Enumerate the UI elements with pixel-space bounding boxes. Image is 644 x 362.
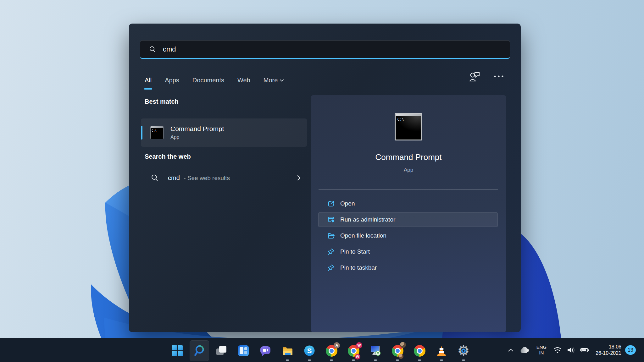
tab-label: More: [264, 77, 278, 84]
task-view-button[interactable]: [212, 340, 231, 361]
date: 26-10-2021: [596, 350, 621, 356]
chevron-down-icon: [280, 79, 284, 82]
vlc-button[interactable]: [432, 340, 451, 361]
clock[interactable]: 18:06 26-10-2021: [596, 344, 621, 356]
wifi-icon[interactable]: [553, 346, 562, 354]
chat-icon: [259, 344, 272, 357]
start-button[interactable]: [168, 340, 187, 361]
language-primary: ENG: [536, 344, 547, 350]
system-tray: ENG IN: [508, 338, 644, 362]
result-title: Command Prompt: [170, 125, 224, 133]
profile-photo-badge: [398, 354, 403, 359]
command-prompt-icon: C:\_: [150, 126, 164, 139]
web-suffix: - See web results: [184, 175, 230, 181]
window-shield-icon: [327, 216, 335, 223]
skype-button[interactable]: S: [300, 340, 319, 361]
search-filter-tabs: All Apps Documents Web More: [145, 72, 284, 90]
windows-start-icon: [171, 344, 184, 357]
remote-desktop-icon: [369, 344, 382, 357]
folder-icon: [327, 232, 335, 239]
chrome-profile-a-button[interactable]: A: [322, 340, 341, 361]
file-explorer-icon: [281, 344, 294, 357]
tab-more[interactable]: More: [264, 72, 284, 90]
profile-badge: W: [355, 354, 360, 359]
widgets-icon: [237, 344, 250, 357]
web-query: cmd: [168, 174, 180, 181]
battery-charging-icon[interactable]: [580, 346, 589, 354]
divider: [319, 189, 498, 190]
vlc-icon: [435, 344, 448, 357]
open-external-icon: [327, 200, 335, 207]
file-explorer-button[interactable]: [278, 340, 297, 361]
widgets-button[interactable]: [234, 340, 253, 361]
panel-header-icons: [469, 71, 504, 82]
task-view-icon: [215, 344, 228, 357]
skype-icon: S: [303, 344, 316, 357]
profile-badge: W: [356, 342, 362, 348]
command-prompt-icon: C:\: [395, 113, 422, 140]
tab-apps[interactable]: Apps: [165, 72, 179, 90]
taskbar: S A W W: [0, 338, 644, 362]
chrome-profile-w-button[interactable]: W W: [344, 340, 363, 361]
time: 18:06: [596, 344, 621, 350]
search-query-text: cmd: [163, 45, 176, 53]
settings-button[interactable]: ⚙: [454, 340, 473, 361]
search-icon: [149, 46, 156, 53]
svg-text:S: S: [307, 347, 312, 355]
action-pin-to-taskbar[interactable]: Pin to taskbar: [318, 261, 498, 275]
notification-count-badge[interactable]: 13: [625, 345, 636, 355]
chrome-profile-photos-button[interactable]: [388, 340, 407, 361]
best-match-heading: Best match: [145, 98, 179, 105]
action-run-as-administrator[interactable]: Run as administrator: [318, 212, 498, 227]
tab-label: Web: [237, 77, 250, 84]
chrome-icon: [414, 345, 425, 357]
chevron-right-icon: [297, 175, 301, 181]
action-pin-to-start[interactable]: Pin to Start: [318, 244, 498, 259]
pin-icon: [327, 264, 335, 272]
profile-badge: A: [334, 342, 340, 348]
preview-title: Command Prompt: [311, 152, 506, 162]
account-feedback-icon[interactable]: [469, 71, 481, 82]
search-icon: [151, 174, 158, 182]
tab-label: All: [145, 77, 152, 84]
action-open[interactable]: Open: [318, 196, 498, 211]
search-input[interactable]: cmd: [140, 40, 510, 59]
profile-photo-badge: [400, 342, 406, 348]
action-open-file-location[interactable]: Open file location: [318, 228, 498, 243]
chat-button[interactable]: [256, 340, 275, 361]
pin-icon: [327, 248, 335, 255]
desktop: cmd All Apps Documents Web More Best mat…: [0, 0, 644, 362]
tab-all[interactable]: All: [145, 72, 152, 90]
taskbar-apps: S A W W: [168, 340, 473, 361]
tab-label: Apps: [165, 77, 179, 84]
action-list: Open Run as administrator Open file: [318, 196, 498, 277]
selection-accent-bar: [141, 126, 142, 140]
search-flyout: cmd All Apps Documents Web More Best mat…: [129, 24, 521, 332]
web-search-result[interactable]: cmd - See web results: [141, 168, 307, 188]
language-indicator[interactable]: ENG IN: [536, 344, 547, 356]
tab-documents[interactable]: Documents: [192, 72, 224, 90]
search-web-heading: Search the web: [145, 153, 191, 160]
language-secondary: IN: [536, 350, 547, 356]
remote-desktop-button[interactable]: [366, 340, 385, 361]
onedrive-icon[interactable]: [519, 346, 530, 354]
search-button[interactable]: [190, 340, 209, 361]
result-preview-pane: C:\ Command Prompt App Open: [311, 95, 506, 332]
ellipsis-icon[interactable]: [494, 75, 504, 78]
chrome-button[interactable]: [410, 340, 429, 361]
tab-web[interactable]: Web: [237, 72, 250, 90]
search-taskbar-icon: [193, 344, 206, 357]
gear-hub: [461, 348, 466, 353]
best-match-result[interactable]: C:\_ Command Prompt App: [141, 118, 307, 147]
volume-icon[interactable]: [567, 346, 575, 354]
tab-label: Documents: [192, 77, 224, 84]
result-type: App: [170, 134, 224, 140]
preview-type: App: [311, 167, 506, 173]
chevron-up-icon[interactable]: [508, 349, 513, 352]
